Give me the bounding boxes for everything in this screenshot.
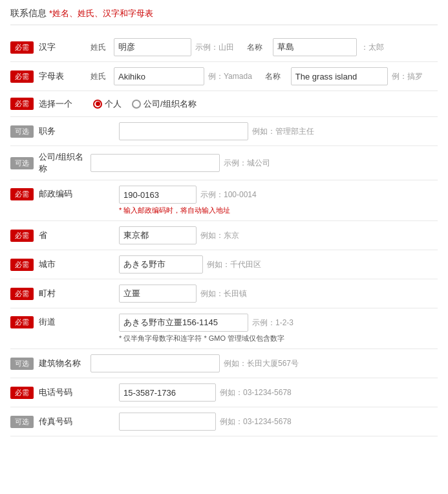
postal-input[interactable] [119,186,197,204]
individual-radio-icon[interactable] [93,100,102,109]
city-input[interactable] [119,255,203,274]
alphabet-firstname-input[interactable] [291,67,388,85]
fax-example: 例如：03-1234-5678 [220,416,292,427]
company-row: 可选 公司/组织名称 示例：城公司 [10,146,438,180]
town-label: 町村 [39,288,91,299]
required-badge: 必需 [10,230,34,242]
optional-badge: 可选 [10,416,34,428]
alphabet-surname-group: 姓氏 例：Yamada [91,67,252,85]
postal-content: 示例：100-0014 * 输入邮政编码时，将自动输入地址 [91,186,438,215]
street-row: 必需 街道 示例：1-2-3 * 仅半角字母数字和连字符 * GMO 管理域仅包… [10,308,438,349]
required-badge: 必需 [10,288,34,300]
select-label: 选择一个 [39,98,91,110]
position-input[interactable] [119,122,248,140]
fax-row: 可选 传真号码 例如：03-1234-5678 [10,407,438,436]
fax-label: 传真号码 [39,416,91,427]
required-badge: 必需 [10,316,34,328]
street-label: 街道 [39,316,91,328]
kanji-firstname-example: ：太郎 [361,42,384,53]
required-badge: 必需 [10,98,34,110]
street-content: 示例：1-2-3 * 仅半角字母数字和连字符 * GMO 管理域仅包含数字 [91,314,438,343]
kanji-surname-input[interactable] [114,38,191,56]
position-label: 职务 [39,125,91,137]
alphabet-row: 必需 字母表 姓氏 例：Yamada 名称 例：搞罗 [10,62,438,91]
province-label: 省 [39,230,91,241]
required-badge: 必需 [10,41,34,54]
street-example: 示例：1-2-3 [252,317,293,328]
postal-row: 必需 邮政编码 示例：100-0014 * 输入邮政编码时，将自动输入地址 [10,180,438,221]
phone-label: 电话号码 [39,387,91,398]
postal-label: 邮政编码 [39,188,91,200]
surname-sublabel: 姓氏 [91,42,114,53]
building-row: 可选 建筑物名称 例如：长田大厦567号 [10,349,438,378]
company-radio-icon[interactable] [132,100,141,109]
entity-type-group: 个人 公司/组织名称 [93,98,197,110]
street-input[interactable] [119,314,248,332]
alphabet-label: 字母表 [39,70,91,82]
postal-example: 示例：100-0014 [200,189,257,200]
form-title: 联系信息 *姓名、姓氏、汉字和字母表 [10,8,438,25]
province-example: 例如：东京 [200,230,239,241]
company-label: 公司/组织名称 [39,151,91,175]
kanji-label: 汉字 [39,41,91,53]
company-input[interactable] [91,154,220,172]
required-badge: 必需 [10,188,34,200]
alphabet-surname-sublabel: 姓氏 [91,71,114,82]
kanji-firstname-input[interactable] [273,38,357,56]
phone-input[interactable] [119,383,216,402]
city-example: 例如：千代田区 [207,259,261,270]
city-label: 城市 [39,259,91,270]
firstname-group: 名称 ：太郎 [242,38,384,56]
required-badge: 必需 [10,387,34,399]
company-label: 公司/组织名称 [144,98,197,110]
town-example: 例如：长田镇 [200,288,247,299]
contact-form: 联系信息 *姓名、姓氏、汉字和字母表 必需 汉字 姓氏 示例：山田 名称 ：太郎… [0,0,448,444]
city-row: 必需 城市 例如：千代田区 [10,250,438,279]
firstname-sublabel: 名称 [247,42,273,53]
required-badge: 必需 [10,70,34,83]
company-option[interactable]: 公司/组织名称 [132,98,197,110]
kanji-surname-example: 示例：山田 [195,42,234,53]
individual-label: 个人 [105,98,122,110]
town-row: 必需 町村 例如：长田镇 [10,279,438,308]
optional-badge: 可选 [10,125,34,138]
building-input[interactable] [91,354,220,372]
fax-input[interactable] [119,413,216,431]
building-example: 例如：长田大厦567号 [224,358,299,369]
phone-row: 必需 电话号码 例如：03-1234-5678 [10,378,438,407]
position-example: 例如：管理部主任 [252,126,314,137]
select-type-row: 必需 选择一个 个人 公司/组织名称 [10,91,438,117]
kanji-row: 必需 汉字 姓氏 示例：山田 名称 ：太郎 [10,33,438,62]
alphabet-surname-input[interactable] [114,67,204,85]
optional-badge: 可选 [10,358,34,370]
alphabet-surname-example: 例：Yamada [208,71,252,82]
required-badge: 必需 [10,259,34,271]
position-row: 可选 职务 例如：管理部主任 [10,117,438,146]
alphabet-firstname-group: 名称 例：搞罗 [260,67,423,85]
required-note: *姓名、姓氏、汉字和字母表 [49,8,153,18]
company-example: 示例：城公司 [224,158,270,169]
alphabet-firstname-example: 例：搞罗 [392,71,423,82]
title-text: 联系信息 [10,8,47,18]
optional-badge: 可选 [10,157,34,169]
town-input[interactable] [119,285,197,303]
postal-hint: * 输入邮政编码时，将自动输入地址 [119,206,438,215]
building-label: 建筑物名称 [39,358,91,369]
individual-option[interactable]: 个人 [93,98,122,110]
phone-example: 例如：03-1234-5678 [220,387,292,398]
surname-group: 姓氏 示例：山田 [91,38,234,56]
street-hint: * 仅半角字母数字和连字符 * GMO 管理域仅包含数字 [119,334,438,343]
alphabet-firstname-sublabel: 名称 [265,71,291,82]
province-input[interactable] [119,226,197,244]
province-row: 必需 省 例如：东京 [10,221,438,250]
